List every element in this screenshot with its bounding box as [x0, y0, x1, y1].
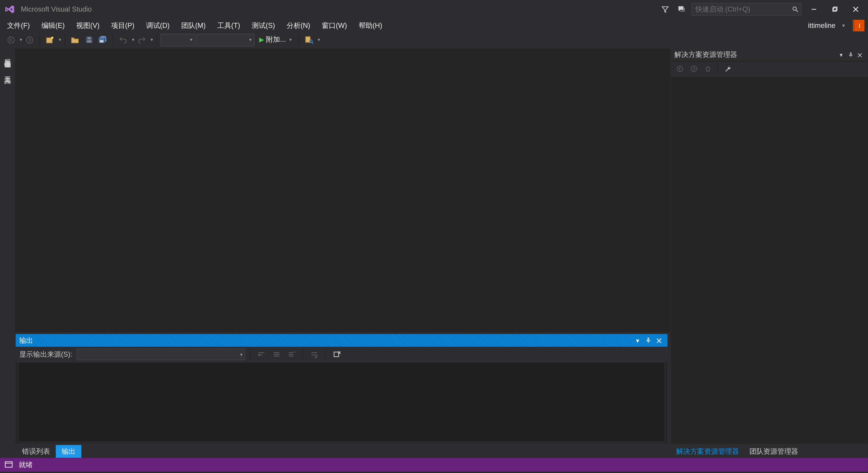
nav-back-caret[interactable]: ▾ — [20, 37, 22, 42]
output-panel-header[interactable]: 输出 ▾ — [16, 334, 668, 347]
find-in-files-button[interactable] — [303, 33, 315, 46]
clear-output-button[interactable] — [331, 348, 343, 361]
server-explorer-tab[interactable]: 服务器资源管理器 — [1, 50, 13, 61]
nav-forward-button[interactable] — [23, 33, 36, 46]
close-button[interactable] — [847, 3, 864, 15]
svg-point-10 — [51, 36, 53, 38]
svg-rect-29 — [334, 352, 339, 357]
menu-file[interactable]: 文件(F) — [1, 19, 36, 32]
account-name[interactable]: ittimeline — [806, 22, 838, 30]
menu-help[interactable]: 帮助(H) — [353, 19, 388, 32]
notification-filter-icon[interactable] — [659, 3, 672, 15]
menu-bar: 文件(F) 编辑(E) 视图(V) 项目(P) 调试(D) 团队(M) 工具(T… — [0, 19, 868, 32]
editor-area — [15, 49, 671, 332]
menu-debug[interactable]: 调试(D) — [140, 19, 175, 32]
start-debug-caret[interactable]: ▾ — [289, 37, 291, 42]
svg-point-35 — [691, 66, 696, 72]
panel-pin-icon[interactable] — [643, 335, 653, 346]
output-source-label: 显示输出来源(S): — [19, 349, 72, 359]
toolbar-separator — [326, 349, 326, 359]
app-title: Microsoft Visual Studio — [21, 5, 92, 13]
account-dropdown-caret[interactable]: ▼ — [841, 23, 849, 28]
panel-close-icon[interactable] — [855, 50, 864, 60]
panel-close-icon[interactable] — [653, 335, 664, 346]
nav-back-button[interactable] — [4, 33, 17, 46]
output-panel-title: 输出 — [19, 336, 632, 346]
feedback-icon[interactable] — [675, 3, 688, 15]
start-debug-button[interactable]: ▶ 附加... ▾ — [255, 33, 295, 46]
output-tab[interactable]: 输出 — [56, 445, 82, 458]
toolbar-separator — [64, 34, 65, 45]
properties-button[interactable] — [721, 62, 734, 75]
save-button[interactable] — [83, 33, 95, 46]
main-toolbar: ▾ ▾ ▾ ▾ ▾ ▾ ▶ 附加... — [0, 32, 868, 49]
panel-window-position-icon[interactable]: ▾ — [836, 50, 846, 60]
forward-button[interactable] — [687, 62, 700, 75]
clear-all-button[interactable] — [285, 348, 298, 361]
svg-point-34 — [677, 66, 683, 72]
toggle-word-wrap-button[interactable] — [308, 348, 321, 361]
solution-explorer-panel: 解决方案资源管理器 ▾ — [671, 49, 868, 458]
menu-team[interactable]: 团队(M) — [176, 19, 212, 32]
undo-button[interactable] — [117, 33, 129, 46]
bottom-tabs: 错误列表 输出 — [15, 444, 671, 458]
goto-prev-message-button[interactable] — [255, 348, 268, 361]
quick-launch-input[interactable] — [695, 5, 798, 13]
error-list-tab[interactable]: 错误列表 — [16, 445, 56, 458]
new-project-button[interactable] — [43, 33, 56, 46]
svg-point-0 — [793, 7, 796, 10]
team-explorer-bottom-tab[interactable]: 团队资源管理器 — [744, 445, 803, 458]
toolbox-tab[interactable]: 工具箱 — [1, 67, 13, 76]
svg-line-27 — [294, 351, 295, 353]
menu-view[interactable]: 视图(V) — [70, 19, 105, 32]
back-button[interactable] — [673, 62, 686, 75]
svg-line-16 — [312, 42, 313, 43]
menu-project[interactable]: 项目(P) — [105, 19, 141, 32]
account-avatar[interactable]: I — [853, 20, 864, 31]
status-ready: 就绪 — [19, 460, 32, 470]
menu-tools[interactable]: 工具(T) — [212, 19, 246, 32]
right-panel-tabs: 解决方案资源管理器 团队资源管理器 — [671, 444, 868, 458]
output-text-area[interactable] — [18, 362, 665, 442]
redo-caret[interactable]: ▾ — [151, 37, 153, 42]
menu-analyze[interactable]: 分析(N) — [281, 19, 316, 32]
solution-explorer-toolbar — [671, 62, 868, 77]
toolbar-separator — [299, 34, 299, 45]
new-project-caret[interactable]: ▾ — [59, 37, 61, 42]
undo-caret[interactable]: ▾ — [132, 37, 134, 42]
solution-explorer-header[interactable]: 解决方案资源管理器 ▾ — [671, 49, 868, 61]
goto-next-message-button[interactable] — [270, 348, 283, 361]
panel-pin-icon[interactable] — [846, 50, 855, 60]
home-button[interactable] — [701, 62, 714, 75]
status-bar: 就绪 — [0, 458, 868, 472]
solution-platform-combo[interactable]: ▾ — [196, 33, 254, 46]
toolbar-separator — [113, 34, 113, 45]
menu-window[interactable]: 窗口(W) — [316, 19, 353, 32]
left-sidebar: 服务器资源管理器 工具箱 — [0, 49, 15, 458]
redo-button[interactable] — [135, 33, 148, 46]
svg-rect-13 — [100, 40, 103, 42]
solution-explorer-tree[interactable] — [671, 76, 868, 444]
open-file-button[interactable] — [68, 33, 81, 46]
toolbar-separator — [303, 349, 304, 359]
output-source-combo[interactable]: ▾ — [77, 348, 245, 360]
toolbar-separator — [156, 34, 157, 45]
output-panel: 输出 ▾ 显示输出来源(S): ▾ — [15, 334, 668, 444]
menu-edit[interactable]: 编辑(E) — [36, 19, 70, 32]
svg-rect-11 — [87, 40, 91, 43]
toolbar-separator — [250, 349, 251, 359]
maximize-button[interactable] — [826, 3, 843, 15]
search-icon[interactable] — [792, 6, 799, 13]
save-all-button[interactable] — [96, 33, 109, 46]
find-caret[interactable]: ▾ — [318, 37, 320, 42]
solution-config-combo[interactable]: ▾ — [160, 33, 195, 46]
play-icon: ▶ — [259, 36, 264, 43]
svg-rect-3 — [833, 8, 836, 11]
svg-point-8 — [27, 37, 33, 43]
panel-window-position-icon[interactable]: ▾ — [632, 335, 643, 346]
solution-explorer-bottom-tab[interactable]: 解决方案资源管理器 — [671, 445, 744, 458]
statusbar-window-icon[interactable] — [4, 461, 13, 468]
quick-launch-box[interactable] — [691, 3, 802, 15]
minimize-button[interactable] — [805, 3, 823, 15]
menu-test[interactable]: 测试(S) — [246, 19, 281, 32]
